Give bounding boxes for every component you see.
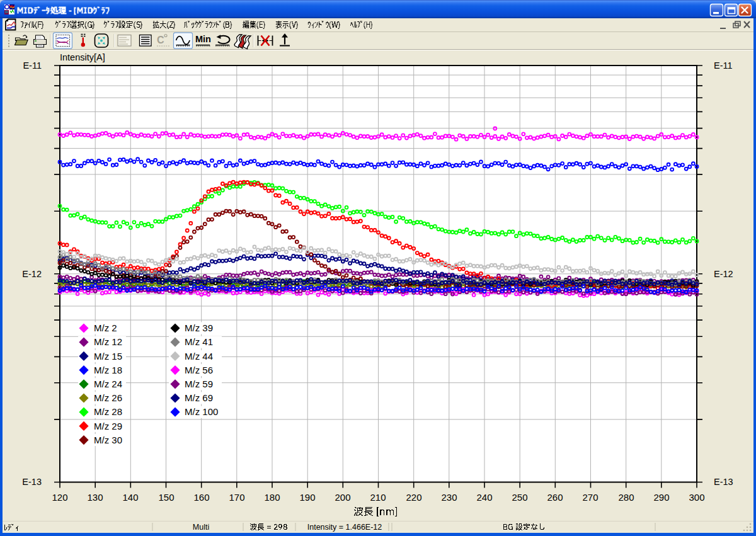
svg-text:E-11: E-11 (714, 60, 733, 71)
svg-text:M/z 30: M/z 30 (94, 435, 122, 445)
svg-text:160: 160 (193, 492, 209, 503)
svg-text:290: 290 (653, 492, 669, 503)
svg-text:Multi: Multi (193, 523, 209, 532)
svg-text:300: 300 (689, 492, 704, 503)
svg-text:240: 240 (476, 492, 492, 503)
svg-text:M/z 15: M/z 15 (94, 351, 122, 362)
svg-text:M/z 39: M/z 39 (185, 322, 213, 333)
svg-text:E-12: E-12 (714, 269, 733, 279)
svg-text:Min: Min (195, 34, 211, 44)
svg-text:190: 190 (299, 492, 315, 503)
svg-text:130: 130 (87, 492, 103, 503)
svg-text:270: 270 (582, 492, 598, 503)
svg-text:180: 180 (264, 492, 280, 503)
svg-text:260: 260 (547, 492, 563, 503)
svg-text:M/z 24: M/z 24 (94, 379, 122, 389)
svg-text:E-13: E-13 (714, 477, 733, 487)
svg-text:M/z 100: M/z 100 (185, 406, 218, 417)
svg-text:170: 170 (229, 492, 244, 503)
svg-text:150: 150 (158, 492, 174, 503)
svg-text:220: 220 (406, 492, 421, 503)
svg-text:230: 230 (441, 492, 457, 503)
svg-text:M/z 2: M/z 2 (94, 322, 117, 333)
svg-text:M/z 29: M/z 29 (94, 421, 122, 431)
svg-text:E-12: E-12 (22, 269, 42, 279)
svg-text:M/z 12: M/z 12 (94, 336, 122, 347)
svg-text:M/z 41: M/z 41 (185, 336, 213, 347)
svg-text:Intensity[A]: Intensity[A] (60, 52, 105, 62)
svg-text:140: 140 (122, 492, 138, 503)
svg-text:Intensity = 1.466E-12: Intensity = 1.466E-12 (307, 523, 382, 532)
svg-text:M/z 28: M/z 28 (94, 406, 122, 417)
svg-text:M/z 26: M/z 26 (94, 392, 122, 403)
svg-text:210: 210 (370, 492, 386, 503)
svg-text:M/z 18: M/z 18 (94, 365, 122, 375)
svg-text:200: 200 (335, 492, 350, 503)
svg-text:280: 280 (618, 492, 634, 503)
svg-text:250: 250 (512, 492, 527, 503)
svg-text:M/z 69: M/z 69 (185, 392, 213, 403)
svg-text:M/z 56: M/z 56 (185, 365, 213, 375)
svg-text:E-13: E-13 (22, 477, 42, 487)
svg-text:M/z 59: M/z 59 (185, 379, 213, 389)
svg-text:120: 120 (52, 492, 67, 503)
svg-text:E-11: E-11 (23, 60, 42, 71)
svg-text:M/z 44: M/z 44 (185, 351, 213, 362)
svg-text:C: C (157, 35, 164, 45)
